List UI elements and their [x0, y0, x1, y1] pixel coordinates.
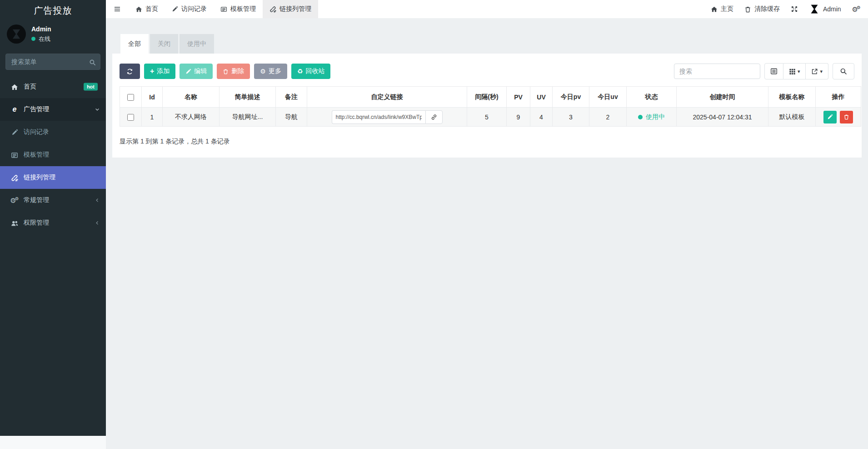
column-header-today-pv: 今日pv: [553, 87, 589, 108]
delete-button[interactable]: 删除: [217, 64, 250, 79]
cell-name: 不求人网络: [163, 108, 219, 127]
search-icon: [89, 58, 96, 66]
topnav-tab-visit-log[interactable]: 访问记录: [165, 0, 214, 18]
filter-tab-closed[interactable]: 关闭: [150, 34, 178, 54]
user-menu[interactable]: Admin: [803, 0, 847, 18]
edit-button[interactable]: 编辑: [180, 64, 213, 79]
column-header-id: Id: [142, 87, 163, 108]
menu-search-input[interactable]: [5, 54, 100, 70]
sidebar-item-label: 权限管理: [24, 219, 49, 227]
table-row[interactable]: 1 不求人网络 导航网址... 导航 5: [120, 108, 861, 127]
clear-cache-button[interactable]: 清除缓存: [739, 0, 785, 18]
content-area: 全部 关闭 使用中 + 添加 编辑 删除: [106, 34, 868, 158]
more-button[interactable]: ⚙ 更多: [254, 64, 287, 79]
refresh-button[interactable]: [120, 64, 140, 79]
column-header-remark: 备注: [276, 87, 307, 108]
row-edit-button[interactable]: [823, 111, 837, 123]
filter-tab-in-use[interactable]: 使用中: [180, 34, 214, 54]
home-link[interactable]: 主页: [705, 0, 739, 18]
cell-id: 1: [142, 108, 163, 127]
sidebar-item-label: 首页: [24, 83, 36, 91]
select-all-checkbox[interactable]: [127, 94, 134, 101]
detail-view-button[interactable]: [764, 63, 783, 79]
caret-down-icon: ▾: [820, 69, 823, 74]
chevron-left-icon: [95, 197, 100, 203]
custom-link-input[interactable]: [332, 110, 425, 124]
sidebar-toggle-button[interactable]: [106, 0, 129, 18]
row-checkbox[interactable]: [127, 114, 134, 121]
sidebar-item-ad-management[interactable]: e 广告管理: [0, 98, 106, 121]
home-link-label: 主页: [721, 5, 733, 13]
filter-tab-all[interactable]: 全部: [120, 34, 149, 54]
cell-uv: 4: [530, 108, 553, 127]
fullscreen-button[interactable]: [785, 0, 803, 18]
toolbar-right: ▾ ▾: [674, 63, 854, 79]
refresh-icon: [126, 68, 133, 75]
topnav-tab-home[interactable]: 首页: [129, 0, 165, 18]
recycle-bin-button[interactable]: ♻ 回收站: [291, 64, 331, 79]
hamburger-icon: [114, 5, 121, 13]
column-header-template-name: 模板名称: [768, 87, 816, 108]
trash-icon: [843, 114, 849, 120]
chevron-down-icon: [95, 107, 100, 112]
column-header-pv: PV: [507, 87, 530, 108]
clear-cache-label: 清除缓存: [754, 5, 780, 13]
table-search-input[interactable]: [674, 64, 760, 79]
internet-explorer-icon: e: [10, 106, 19, 113]
cell-custom-link: [307, 108, 467, 127]
column-header-interval: 间隔(秒): [467, 87, 507, 108]
search-icon: [840, 68, 847, 75]
sidebar-item-general-management[interactable]: ⚙⚙ 常规管理: [0, 189, 106, 212]
sidebar-item-link-management[interactable]: 链接列管理: [0, 166, 106, 189]
user-status: 在线: [31, 35, 51, 43]
main-area: 首页 访问记录 模板管理 链接列管理 主页 清除缓存: [106, 0, 868, 158]
user-menu-label: Admin: [823, 5, 841, 13]
cogs-icon: ⚙⚙: [10, 197, 19, 204]
sidebar-item-permission-management[interactable]: 权限管理: [0, 212, 106, 234]
row-checkbox-cell: [120, 108, 142, 127]
cell-created-at: 2025-04-07 12:04:31: [677, 108, 768, 127]
home-icon: [135, 6, 142, 13]
topnav-tab-label: 链接列管理: [279, 5, 311, 13]
sidebar-search: [5, 54, 100, 70]
export-button[interactable]: ▾: [806, 63, 828, 79]
hot-badge: hot: [84, 83, 98, 91]
home-icon: [711, 6, 718, 13]
sidebar-item-label: 模板管理: [24, 151, 49, 159]
search-toggle-button[interactable]: [833, 63, 854, 79]
trash-icon: [223, 69, 229, 74]
user-status-label: 在线: [39, 35, 50, 43]
column-header-actions: 操作: [816, 87, 861, 108]
recycle-bin-label: 回收站: [305, 67, 324, 75]
topnav-tab-template-management[interactable]: 模板管理: [214, 0, 263, 18]
cell-actions: [816, 108, 861, 127]
add-button[interactable]: + 添加: [144, 64, 175, 79]
column-header-uv: UV: [530, 87, 553, 108]
sidebar-item-template-management[interactable]: 模板管理: [0, 143, 106, 166]
pencil-icon: [172, 6, 178, 12]
add-button-label: 添加: [157, 67, 170, 75]
row-delete-button[interactable]: [840, 111, 853, 123]
topnav-tab-label: 模板管理: [230, 5, 256, 13]
column-header-description: 简单描述: [219, 87, 276, 108]
columns-grid-icon: [789, 68, 796, 75]
sidebar-item-home[interactable]: 首页 hot: [0, 75, 106, 98]
sidebar-item-label: 广告管理: [24, 105, 49, 113]
cell-pv: 9: [507, 108, 530, 127]
sidebar: 广告投放 Admin 在线 首页 hot e 广告管理: [0, 0, 106, 436]
cell-today-uv: 2: [589, 108, 627, 127]
list-alt-icon: [10, 151, 19, 158]
copy-link-button[interactable]: [425, 110, 443, 124]
chevron-left-icon: [95, 220, 100, 226]
navbar-right: 主页 清除缓存 Admin ⚙⚙: [705, 0, 868, 18]
topnav-tab-link-management[interactable]: 链接列管理: [263, 0, 318, 18]
logo-icon: [809, 4, 820, 15]
home-icon: [10, 83, 19, 90]
link-icon: [431, 114, 437, 120]
status-badge: 使用中: [646, 113, 665, 121]
online-dot-icon: [31, 37, 35, 41]
topnav-tab-label: 首页: [145, 5, 158, 13]
columns-button[interactable]: ▾: [783, 63, 806, 79]
settings-button[interactable]: ⚙⚙: [847, 0, 866, 18]
sidebar-item-visit-log[interactable]: 访问记录: [0, 121, 106, 143]
